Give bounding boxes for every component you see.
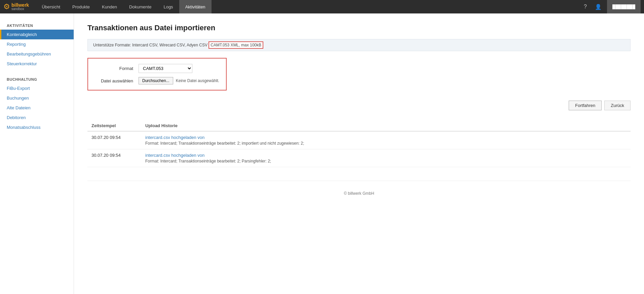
action-buttons: Fortfahren Zurück [87, 101, 631, 110]
info-bar-highlight: CAMT.053 XML, max 100kB [209, 41, 263, 49]
table-row: 30.07.20 09:54 intercard.csv hochgeladen… [87, 149, 631, 167]
info-detail: Format: Intercard; Transaktionseinträge … [145, 159, 271, 163]
brand-sub: sandbox [11, 7, 29, 11]
sidebar-item-buchungen[interactable]: Buchungen [0, 93, 74, 103]
sidebar-item-alte-dateien[interactable]: Alte Dateien [0, 103, 74, 113]
sidebar-item-debitoren[interactable]: Debitoren [0, 113, 74, 122]
main-content: Transaktionen aus Datei importieren Unte… [74, 13, 644, 294]
sidebar-section-buchhaltung: BUCHHALTUNG [0, 74, 74, 83]
browse-button[interactable]: Durchsuchen... [139, 77, 173, 84]
info-title: intercard.csv hochgeladen von [145, 153, 627, 158]
user-icon[interactable]: 👤 [592, 2, 604, 11]
sidebar-item-reporting[interactable]: Reporting [0, 39, 74, 49]
sidebar-item-fibu-export[interactable]: FiBu-Export [0, 83, 74, 93]
info-title: intercard.csv hochgeladen von [145, 135, 627, 140]
sidebar-item-kontenabgleich[interactable]: Kontenabgleich [0, 30, 74, 39]
zuruck-button[interactable]: Zurück [604, 101, 631, 110]
footer-text: © billwerk GmbH [344, 191, 374, 196]
info-cell: intercard.csv hochgeladen von Format: In… [141, 131, 631, 149]
page-title: Transaktionen aus Datei importieren [87, 24, 631, 32]
col-zeitstempel: Zeitstempel [87, 120, 141, 131]
info-detail: Format: Intercard; Transaktionseinträge … [145, 141, 304, 146]
nav-menu: Übersicht Produkte Kunden Dokumente Logs… [36, 0, 581, 13]
format-label: Format [95, 66, 139, 71]
table-header-row: Zeitstempel Upload Historie [87, 120, 631, 131]
nav-right: ? 👤 ████████ [581, 0, 641, 13]
footer: © billwerk GmbH [87, 181, 631, 206]
nav-aktivitaten[interactable]: Aktivitäten [179, 0, 212, 13]
nav-produkte[interactable]: Produkte [66, 0, 96, 13]
logo-icon: ⚙ [3, 2, 10, 11]
timestamp-cell: 30.07.20 09:54 [87, 131, 141, 149]
nav-ubersicht[interactable]: Übersicht [36, 0, 66, 13]
timestamp-cell: 30.07.20 09:54 [87, 149, 141, 167]
sidebar-item-steuerkorrektur[interactable]: Steuerkorrektur [0, 59, 74, 69]
help-icon[interactable]: ? [581, 2, 590, 11]
nav-kunden[interactable]: Kunden [96, 0, 123, 13]
nav-logs[interactable]: Logs [157, 0, 179, 13]
brand-name: billwerk [11, 3, 29, 7]
format-row: Format CAMT.053 Intercard CSV Wirecard C… [95, 64, 219, 73]
sidebar-section-aktivitaten: AKTIVITÄTEN [0, 20, 74, 30]
sidebar-item-bearbeitungsgebuhren[interactable]: Bearbeitungsgebühren [0, 49, 74, 59]
info-bar: Unterstütze Formate: Intercard CSV, Wire… [87, 39, 631, 51]
format-select[interactable]: CAMT.053 Intercard CSV Wirecard CSV Adye… [139, 64, 192, 73]
file-row: Datei auswählen Durchsuchen... Keine Dat… [95, 77, 219, 84]
logo[interactable]: ⚙ billwerk sandbox [3, 2, 29, 11]
history-table: Zeitstempel Upload Historie 30.07.20 09:… [87, 120, 631, 167]
file-label: Datei auswählen [95, 78, 139, 83]
sidebar: AKTIVITÄTEN Kontenabgleich Reporting Bea… [0, 13, 74, 294]
import-form-box: Format CAMT.053 Intercard CSV Wirecard C… [87, 58, 227, 90]
sidebar-item-monatsabschluss[interactable]: Monatsabschluss [0, 122, 74, 132]
info-bar-text: Unterstütze Formate: Intercard CSV, Wire… [93, 43, 207, 47]
table-row: 30.07.20 09:54 intercard.csv hochgeladen… [87, 131, 631, 149]
col-upload-historie: Upload Historie [141, 120, 631, 131]
page-layout: AKTIVITÄTEN Kontenabgleich Reporting Bea… [0, 13, 644, 294]
info-cell: intercard.csv hochgeladen von Format: In… [141, 149, 631, 167]
no-file-selected-text: Keine Datei ausgewählt. [176, 78, 219, 83]
fortfahren-button[interactable]: Fortfahren [569, 101, 602, 110]
top-navigation: ⚙ billwerk sandbox Übersicht Produkte Ku… [0, 0, 644, 13]
nav-dokumente[interactable]: Dokumente [123, 0, 157, 13]
user-bar[interactable]: ████████ [607, 0, 641, 13]
